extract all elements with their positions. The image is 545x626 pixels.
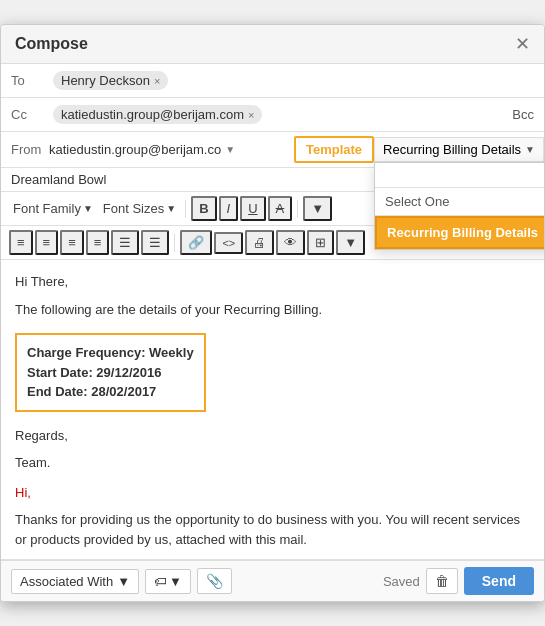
from-row: From katiedustin.group@berijam.co ▼ Temp… xyxy=(1,132,544,168)
trash-icon: 🗑 xyxy=(435,573,449,589)
more-button[interactable]: ▼ xyxy=(303,196,332,221)
dreamland-label: Dreamland Bowl xyxy=(11,172,106,187)
font-sizes-label: Font Sizes xyxy=(103,201,164,216)
justify-button[interactable]: ≡ xyxy=(86,230,110,255)
cc-field: katiedustin.group@berijam.com × xyxy=(53,105,512,124)
cc-row: Cc katiedustin.group@berijam.com × Bcc xyxy=(1,98,544,132)
editor-body-line1: The following are the details of your Re… xyxy=(15,300,530,320)
template-dropdown-wrapper: Recurring Billing Details ▼ 🔍 Select One… xyxy=(374,137,544,162)
billing-start: Start Date: 29/12/2016 xyxy=(27,363,194,383)
dialog-title: Compose xyxy=(15,35,88,53)
attach-button[interactable]: 📎 xyxy=(197,568,232,594)
ordered-list-button[interactable]: ☰ xyxy=(141,230,169,255)
compose-dialog: Compose ✕ To Henry Deckson × Cc katiedus… xyxy=(0,24,545,602)
table-button[interactable]: ⊞ xyxy=(307,230,334,255)
italic-button[interactable]: I xyxy=(219,196,239,221)
toolbar-sep-3 xyxy=(174,234,175,252)
to-field: Henry Deckson × xyxy=(53,71,534,90)
template-dropdown-arrow: ▼ xyxy=(525,144,535,155)
font-family-label: Font Family xyxy=(13,201,81,216)
font-sizes-dropdown[interactable]: Font Sizes ▼ xyxy=(99,198,180,219)
preview-button[interactable]: 👁 xyxy=(276,230,305,255)
saved-label: Saved xyxy=(383,574,420,589)
to-recipient-chip[interactable]: Henry Deckson × xyxy=(53,71,168,90)
toolbar-sep-2 xyxy=(297,200,298,218)
associated-with-label: Associated With xyxy=(20,574,113,589)
font-family-dropdown[interactable]: Font Family ▼ xyxy=(9,198,97,219)
close-button[interactable]: ✕ xyxy=(515,35,530,53)
template-dropdown-button[interactable]: Recurring Billing Details ▼ xyxy=(374,137,544,162)
template-button[interactable]: Template xyxy=(294,136,374,163)
from-dropdown-arrow: ▼ xyxy=(225,144,235,155)
underline-button[interactable]: U xyxy=(240,196,265,221)
send-button[interactable]: Send xyxy=(464,567,534,595)
billing-charge: Charge Frequency: Weekly xyxy=(27,343,194,363)
dropdown-recurring-billing-item[interactable]: Recurring Billing Details xyxy=(375,216,545,249)
tag-button[interactable]: 🏷 ▼ xyxy=(145,569,191,594)
to-recipient-name: Henry Deckson xyxy=(61,73,150,88)
cc-recipient-close[interactable]: × xyxy=(248,109,254,121)
align-center-button[interactable]: ≡ xyxy=(35,230,59,255)
bold-button[interactable]: B xyxy=(191,196,216,221)
editor-area[interactable]: Hi There, The following are the details … xyxy=(1,260,544,560)
editor-regards2: Team. xyxy=(15,453,530,473)
cc-label: Cc xyxy=(11,107,53,122)
editor-hi-red: Hi, xyxy=(15,483,530,503)
to-recipient-close[interactable]: × xyxy=(154,75,160,87)
print-button[interactable]: 🖨 xyxy=(245,230,274,255)
editor-greeting: Hi There, xyxy=(15,272,530,292)
associated-with-arrow: ▼ xyxy=(117,574,130,589)
billing-end: End Date: 28/02/2017 xyxy=(27,382,194,402)
strikethrough-button[interactable]: A xyxy=(268,196,293,221)
font-family-arrow: ▼ xyxy=(83,203,93,214)
code-button[interactable]: <> xyxy=(214,232,243,254)
paperclip-icon: 📎 xyxy=(206,573,223,589)
font-sizes-arrow: ▼ xyxy=(166,203,176,214)
tag-arrow: ▼ xyxy=(169,574,182,589)
tag-icon: 🏷 xyxy=(154,574,167,589)
to-label: To xyxy=(11,73,53,88)
to-row: To Henry Deckson × xyxy=(1,64,544,98)
editor-regards1: Regards, xyxy=(15,426,530,446)
align-left-button[interactable]: ≡ xyxy=(9,230,33,255)
associated-with-button[interactable]: Associated With ▼ xyxy=(11,569,139,594)
editor-second-para: Thanks for providing us the opportunity … xyxy=(15,510,530,549)
trash-button[interactable]: 🗑 xyxy=(426,568,458,594)
bcc-button[interactable]: Bcc xyxy=(512,107,534,122)
compose-footer: Associated With ▼ 🏷 ▼ 📎 Saved 🗑 Send xyxy=(1,560,544,601)
dropdown-search-input[interactable] xyxy=(381,168,545,183)
link-button[interactable]: 🔗 xyxy=(180,230,212,255)
from-email-value: katiedustin.group@berijam.co xyxy=(49,142,221,157)
dropdown-select-one: Select One xyxy=(375,188,545,216)
dropdown-search-row: 🔍 xyxy=(375,163,545,188)
toolbar-sep-1 xyxy=(185,200,186,218)
cc-recipient-chip[interactable]: katiedustin.group@berijam.com × xyxy=(53,105,262,124)
unordered-list-button[interactable]: ☰ xyxy=(111,230,139,255)
from-email-select[interactable]: katiedustin.group@berijam.co ▼ xyxy=(43,137,294,162)
from-label: From xyxy=(1,142,43,157)
billing-details-box: Charge Frequency: Weekly Start Date: 29/… xyxy=(15,333,206,412)
table-arrow-button[interactable]: ▼ xyxy=(336,230,365,255)
template-dropdown-value: Recurring Billing Details xyxy=(383,142,521,157)
dialog-header: Compose ✕ xyxy=(1,25,544,64)
template-dropdown-panel: 🔍 Select One Recurring Billing Details xyxy=(374,162,545,250)
align-right-button[interactable]: ≡ xyxy=(60,230,84,255)
cc-recipient-email: katiedustin.group@berijam.com xyxy=(61,107,244,122)
